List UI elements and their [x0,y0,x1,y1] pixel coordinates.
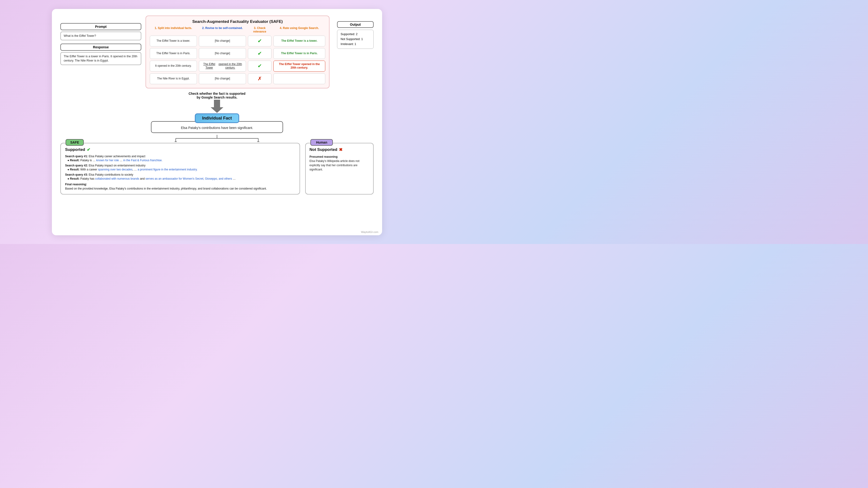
result-3-after: … [232,177,236,181]
arrow-down-icon [209,100,225,113]
search-query-2: Search query #2: Elsa Pataky impact on e… [65,164,295,167]
result-3-link2[interactable]: serves as an ambassador for Women's Secr… [146,177,232,181]
step1-header: 1. Split into individual facts. [150,26,197,34]
step3-header: 3. Check relevance [248,26,272,34]
result-2-before: With a career [81,168,98,171]
svg-marker-6 [257,141,259,142]
arrow-section: Check whether the fact is supportedby Go… [60,90,374,113]
final-reasoning: Final reasoning: Based on the provided k… [65,182,295,191]
final-reasoning-label: Final reasoning: [65,183,87,186]
fact-cell-1-1: The Eiffel Tower is a tower. [150,36,197,46]
result-3-before: Pataky has [81,177,95,181]
individual-fact-badge: Individual Fact [195,113,239,123]
fact-cell-2-3: ✔ [248,48,272,59]
presumed-reasoning: Presumed reasoning: Elsa Pataky's Wikipe… [309,155,369,172]
table-row: The Eiffel Tower is a tower. [No change]… [150,36,325,46]
fact-cell-3-4: The Eiffel Tower opened in the 20th cent… [273,61,325,72]
query-2-text: Elsa Pataky impact on entertainment indu… [89,164,146,167]
fact-cell-4-1: The Nile River is in Egypt. [150,73,197,84]
fact-cell-2-2: [No change] [199,48,246,59]
result-1-link2[interactable]: in the Fast & Furious franchise. [123,159,162,162]
check-icon-red: ✗ [257,76,262,82]
check-icon-green: ✔ [257,38,262,44]
fact-cell-3-1: It opened in the 20th century. [150,61,197,71]
result-1-link1[interactable]: known for her role [96,159,119,162]
safe-title: Search-Augmented Factuality Evaluator (S… [150,19,325,24]
safe-status-text: Supported [65,148,85,152]
table-row: The Eiffel Tower is in Paris. [No change… [150,48,325,59]
output-content: Supported: 2 Not Supported: 1 Irrelevant… [337,30,374,49]
fact-cell-1-2: [No change] [199,36,246,46]
fact-cell-3-3: ✔ [248,61,272,71]
fact-cell-2-1: The Eiffel Tower is in Paris. [150,48,197,59]
output-box: Output Supported: 2 Not Supported: 1 Irr… [337,21,374,49]
result-2-link1[interactable]: spanning over two decades [98,168,132,171]
human-status: Not Supported ✖ [309,147,369,152]
human-result-box: Human Not Supported ✖ Presumed reasoning… [305,143,374,195]
output-not-supported: Not Supported: 1 [341,37,370,42]
left-panel: Prompt What is the Eiffel Tower? Respons… [60,23,141,65]
fact-cell-2-4: The Eiffel Tower is in Paris. [273,48,325,59]
search-query-3: Search query #3: Elsa Pataky contributio… [65,173,295,176]
search-result-2: ● Result: With a career spanning over tw… [65,168,295,171]
presumed-reasoning-text: Elsa Pataky's Wikipedia article does not… [309,159,360,171]
search-result-1: ● Result: Pataky is … known for her role… [65,159,295,162]
human-result-label: Human [310,139,333,146]
safe-status-icon: ✔ [87,147,90,152]
final-reasoning-text: Based on the provided knowledge, Elsa Pa… [65,187,267,190]
result-1-before: Pataky is … [81,159,96,162]
arrow-label: Check whether the fact is supportedby Go… [188,92,245,99]
search-result-3: ● Result: Pataky has collaborated with n… [65,177,295,181]
output-supported: Supported: 2 [341,32,370,37]
result-2-label: ● Result: [67,168,80,171]
check-icon-green: ✔ [257,51,262,57]
result-2-mid: , … [132,168,137,171]
prompt-label: Prompt [60,23,141,30]
output-irrelevant: Irrelevant: 1 [341,42,370,47]
fact-cell-4-2: [No change] [199,73,246,84]
svg-marker-5 [175,141,177,142]
fact-cell-4-3: ✗ [248,73,272,84]
result-1-label: ● Result: [67,159,80,162]
fact-rows: The Eiffel Tower is a tower. [No change]… [150,36,325,84]
main-card: Prompt What is the Eiffel Tower? Respons… [52,9,382,235]
step-headers: 1. Split into individual facts. 2. Revis… [150,26,325,34]
safe-panel: Search-Augmented Factuality Evaluator (S… [146,15,330,88]
individual-fact-section: Individual Fact Elsa Pataky's contributi… [60,113,374,133]
watermark: WaytoAGI.com [361,231,378,233]
fact-cell-4-4 [273,73,325,84]
fact-cell-1-4: The Eiffel Tower is a tower. [273,36,325,46]
bottom-section: SAFE Supported ✔ Search query #1: Elsa P… [60,143,374,195]
query-2-label: Search query #2: [65,164,88,167]
fact-cell-1-3: ✔ [248,36,272,46]
top-section: Prompt What is the Eiffel Tower? Respons… [60,15,374,88]
step2-header: 2. Revise to be self-contained. [199,26,246,34]
table-row: It opened in the 20th century. The Eiffe… [150,61,325,72]
query-1-label: Search query #1: [65,155,88,158]
prompt-text: What is the Eiffel Tower? [60,32,141,40]
query-3-text: Elsa Pataky contributions to society [89,173,133,176]
result-1-mid: … [119,159,123,162]
output-label: Output [337,21,374,28]
safe-result-box: SAFE Supported ✔ Search query #1: Elsa P… [60,143,300,195]
response-text: The Eiffel Tower is a tower in Paris. It… [60,52,141,65]
result-3-label: ● Result: [67,177,80,181]
query-1-text: Elsa Pataky career achievements and impa… [89,155,145,158]
safe-status: Supported ✔ [65,147,295,152]
result-3-link1[interactable]: collaborated with numerous brands [95,177,139,181]
check-icon-green: ✔ [257,63,262,69]
step4-header: 4. Rate using Google Search. [273,26,325,34]
search-query-1: Search query #1: Elsa Pataky career achi… [65,155,295,158]
result-2-link2[interactable]: a prominent figure in the entertainment … [137,168,197,171]
safe-result-label: SAFE [66,139,84,146]
result-3-mid: and [139,177,146,181]
presumed-reasoning-label: Presumed reasoning [309,155,338,158]
connector-svg [134,135,300,142]
query-3-label: Search query #3: [65,173,88,176]
svg-marker-0 [211,100,223,113]
human-status-icon: ✖ [339,147,342,152]
human-status-text: Not Supported [309,148,337,152]
response-label: Response [60,44,141,51]
fact-cell-3-2: The Eiffel Tower opened in the 20th cent… [199,61,246,72]
table-row: The Nile River is in Egypt. [No change] … [150,73,325,84]
